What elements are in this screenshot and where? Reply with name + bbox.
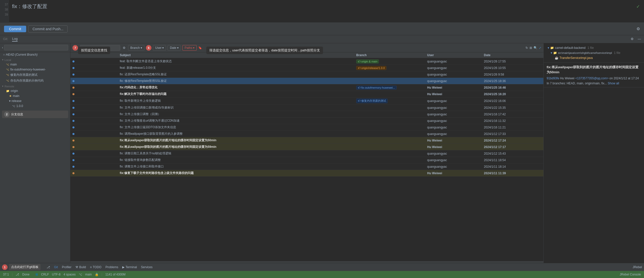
commit-branch-cell bbox=[354, 163, 425, 170]
sidebar-item-main[interactable]: ⌥ main bbox=[0, 62, 70, 67]
table-row[interactable]: fix: 文件上传预签名url调整为不通过CDN加速quanguangyac20… bbox=[70, 118, 543, 124]
sidebar-item-memory-example[interactable]: ⌥ 存在内存泄露的示例代码 bbox=[0, 78, 70, 84]
profiler-btn[interactable]: Profiler bbox=[62, 265, 71, 269]
commit-date-cell: 2024/1/16 11:21 bbox=[482, 124, 543, 131]
table-row[interactable]: fix: 文件上传接口返回DTO添加文件夹信息quanguangyac2024/… bbox=[70, 124, 543, 131]
sidebar-item-fix-outofmemory[interactable]: ⌥ fix-outofmemory-huwewei- bbox=[0, 67, 70, 72]
commit-branch-cell: 🏷 origin & main bbox=[354, 58, 425, 65]
table-row[interactable]: fix:将从wallpaper获取到的图片的图片地址的缓存时间固定设置为59mi… bbox=[70, 144, 543, 150]
jrebel-console[interactable]: JRebel Console bbox=[620, 273, 641, 276]
commit-author-name: Hu Weiwei bbox=[560, 77, 574, 80]
local-chevron-icon[interactable]: ▾ bbox=[2, 58, 4, 61]
date-filter-label: Date bbox=[170, 46, 176, 50]
commit-subject-cell: fix: 文件上传接口调整（回溯） bbox=[118, 111, 354, 118]
git-bottom-btn[interactable]: Git bbox=[54, 265, 58, 269]
paths-filter-button[interactable]: Paths ▾ bbox=[182, 45, 197, 51]
table-row[interactable]: feat: 新建release/1.0.0分支🏷 origin/release/… bbox=[70, 65, 543, 71]
problems-btn[interactable]: Problems bbox=[105, 265, 118, 269]
commit-and-push-button[interactable]: Commit and Push... bbox=[28, 25, 68, 32]
table-row[interactable]: fix:代码优化；异常处理优化🏷 fix-outofmemory-huwewei… bbox=[70, 84, 543, 91]
table-row[interactable]: feat: 取件判断文件是否是上传失败状态🏷 origin & mainquan… bbox=[70, 58, 543, 65]
branch-filter-label: Branch bbox=[130, 46, 140, 50]
file-tree-root[interactable]: ▾ 📁 camel-default-backend 1 file bbox=[547, 45, 641, 50]
release-chevron-icon[interactable]: ▾ bbox=[9, 99, 11, 103]
commit-date-cell: 2024/1/26 9:58 bbox=[482, 71, 543, 78]
graph-col-cell bbox=[70, 131, 118, 137]
table-row[interactable]: fix: 文件上传回调接口新增成功/失败标识quanguangyac2024/1… bbox=[70, 105, 543, 111]
table-row[interactable]: fix: 修改RestTemplate禁用SSL验证quanguangyac20… bbox=[70, 78, 543, 84]
encoding[interactable]: UTF-8 bbox=[52, 273, 61, 276]
sep3: | bbox=[102, 273, 102, 276]
table-row[interactable]: fix:修复下载子文件夹时路径包含上级文件夹路径的问题Hu Weiwei2024… bbox=[70, 170, 543, 177]
branches-text: In 7 branches: HEAD, main, origin/main, … bbox=[547, 82, 607, 85]
commit-date-cell: 2024/1/22 15:35 bbox=[482, 105, 543, 111]
commit-subject-cell: feat: 取件判断文件是否是上传失败状态 bbox=[118, 58, 354, 65]
minus-icon[interactable]: — bbox=[638, 37, 641, 41]
date-filter-button[interactable]: Date ▾ bbox=[168, 45, 181, 51]
jrebel-btn[interactable]: JRebel bbox=[633, 265, 642, 269]
commit-author-email: <1373577355@qq.com> bbox=[575, 77, 609, 80]
sidebar-header: ‹ bbox=[0, 43, 70, 52]
show-all-link[interactable]: Show all bbox=[608, 82, 619, 85]
user-filter-button[interactable]: User ▾ bbox=[153, 45, 166, 51]
table-row[interactable]: fix: 还原RestTemplate忽略SSL验证quanguangyac20… bbox=[70, 71, 543, 78]
badge-7-text: 7 bbox=[74, 46, 76, 49]
sidebar-collapse-icon[interactable]: ‹ bbox=[2, 46, 3, 49]
sidebar-item-remote-main[interactable]: ★ main bbox=[0, 93, 70, 98]
commit-detail-title: fix:将从wallpaper获取到的图片的图片地址的缓存时间固定设置为50mi… bbox=[547, 65, 641, 75]
tree-item-head[interactable]: ○ HEAD (Current Branch) bbox=[0, 52, 70, 57]
terminal-btn[interactable]: ▶ Terminal bbox=[122, 265, 137, 269]
folder-icon-root: 📁 bbox=[550, 46, 554, 50]
filter-icon[interactable]: ⊞ bbox=[530, 46, 532, 50]
table-row[interactable]: fix: 调整日期工具类关于null的处理逻辑quanguangyac2024/… bbox=[70, 150, 543, 157]
file-tree-java[interactable]: ☕ TransferServiceImpl.java bbox=[547, 55, 641, 60]
bookmark-icon[interactable]: 🔖 bbox=[198, 46, 202, 50]
remote-chevron-icon[interactable]: ▾ bbox=[2, 85, 4, 88]
release-100-label: 1.0.0 bbox=[16, 104, 23, 108]
graph-col-cell bbox=[70, 111, 118, 118]
tooltip1-text: 点击此处打开git面板 bbox=[9, 264, 41, 270]
indent[interactable]: 4 spaces bbox=[64, 273, 76, 276]
build-icon: ⚒ bbox=[75, 265, 78, 269]
commit-button[interactable]: Commit bbox=[4, 26, 26, 32]
build-btn[interactable]: ⚒ Build bbox=[75, 265, 86, 269]
sidebar-item-origin[interactable]: 📁 origin bbox=[0, 88, 70, 93]
table-row[interactable]: fix:将从wallpaper获取到的图片的图片地址的缓存时间固定设置为50mi… bbox=[70, 137, 543, 144]
table-row[interactable]: fix: 调整文件上传接口和取件接口quanguangyac2024/1/11 … bbox=[70, 163, 543, 170]
commit-author-cell: quanguangyac bbox=[425, 124, 482, 131]
settings-icon[interactable]: ⚙ bbox=[631, 37, 634, 41]
path-file-count: 1 file bbox=[614, 51, 620, 55]
sidebar-item-memory-test[interactable]: ⌥ 修复内存泄露的测试 bbox=[0, 72, 70, 78]
table-row[interactable]: fix: 取件新增文件上传失败逻辑🏷 修复内存泄露的测试quanguangyac… bbox=[70, 97, 543, 105]
commit-date-cell: 2024/1/26 10:55 bbox=[482, 65, 543, 71]
branch-filter-button[interactable]: Branch ▾ bbox=[128, 45, 144, 51]
log-tab[interactable]: Log bbox=[12, 37, 18, 42]
commit-toolbar: Commit Commit and Push... ⚙ bbox=[0, 23, 644, 35]
sidebar-search-input[interactable] bbox=[4, 45, 68, 50]
lock-icon: 🔒 bbox=[95, 273, 99, 276]
table-row[interactable]: fix: 文件上传接口调整（回溯）quanguangyac2024/1/16 1… bbox=[70, 111, 543, 118]
search-icon[interactable]: 🔍 bbox=[534, 46, 537, 50]
refresh-icon[interactable]: ↻ bbox=[526, 46, 528, 50]
table-row[interactable]: fix: 链接取件查询参数匹配调整quanguangyac2024/1/11 1… bbox=[70, 157, 543, 163]
local-section: ▾ Local bbox=[0, 57, 70, 62]
commit-author-cell: quanguangyac bbox=[425, 78, 482, 84]
line-gutter: 37 38 39 bbox=[0, 0, 9, 23]
graph-col-cell bbox=[70, 65, 118, 71]
current-branch: main bbox=[85, 273, 92, 276]
sidebar-item-release-100[interactable]: ⌥ 1.0.0 bbox=[0, 103, 70, 109]
expand-icon[interactable]: ⤢ bbox=[539, 46, 541, 50]
log-search-input[interactable] bbox=[80, 45, 120, 51]
file-tree-path[interactable]: ▾ 📁 src\main\java\com\shgbit\camel\servi… bbox=[547, 50, 641, 55]
line-separator[interactable]: CRLF bbox=[41, 273, 49, 276]
commit-author-cell: quanguangyac bbox=[425, 157, 482, 163]
table-row[interactable]: fix:解决文件下载时内存溢出的问题Hu Weiwei2024/1/25 16:… bbox=[70, 91, 543, 97]
table-row[interactable]: fix: 调用wallpaper接口获取背景图片的入参调整quanguangya… bbox=[70, 131, 543, 137]
settings-gear-icon[interactable]: ⚙ bbox=[636, 26, 640, 31]
remote-section: ▾ Remote bbox=[0, 84, 70, 88]
log-area: 7 ⚙ Branch ▾ 6 User ▾ Date bbox=[70, 43, 543, 271]
terminal-label: Terminal bbox=[126, 265, 137, 269]
todo-btn[interactable]: ≡ TODO bbox=[90, 265, 101, 269]
services-btn[interactable]: Services bbox=[141, 265, 152, 269]
sidebar-item-release[interactable]: ▾ release bbox=[0, 98, 70, 103]
